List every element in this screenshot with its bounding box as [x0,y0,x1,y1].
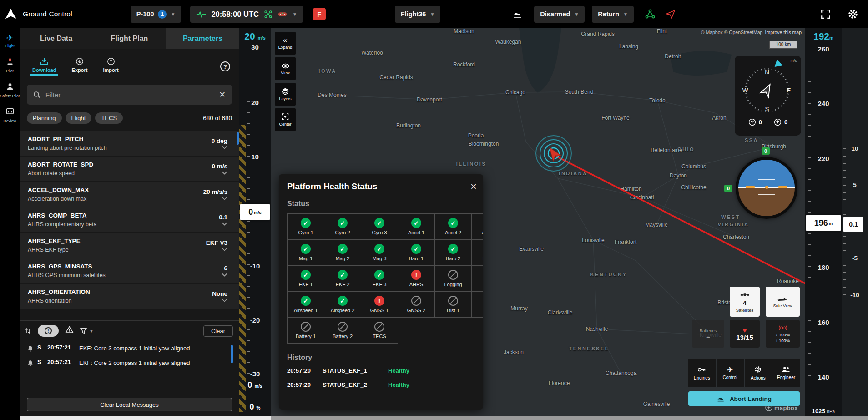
map-attribution: © Mapbox © OpenStreetMapImprove this map [701,30,802,35]
downlink-arrow-icon: ↓ [776,332,778,337]
status-icon [338,244,348,254]
chevron-down-icon: ▼ [623,12,628,17]
chevron-down-icon[interactable] [222,248,227,251]
clear-filter-icon[interactable]: ✕ [219,90,226,100]
layers-button[interactable]: Layers [275,83,296,106]
chevron-down-icon[interactable] [222,273,227,277]
close-icon[interactable]: × [470,182,477,191]
fullscreen-icon[interactable] [821,9,831,19]
link-status-selector[interactable]: 20:58:00 UTC ▼ [190,6,303,23]
health-cell-label: GNSS 2 [407,308,425,313]
messages-scrollbar[interactable] [231,345,233,363]
vehicle-selector[interactable]: P-100 1 ▼ [131,6,182,23]
side-view-tile[interactable]: Side View [766,287,800,317]
engines-button[interactable]: Engines [688,359,716,387]
altitude-tick: 160 [805,319,842,326]
chevron-down-icon[interactable] [222,171,227,175]
parameter-row[interactable]: AHRS_ORIENTATION AHRS orientation None [20,284,239,309]
heading-hold-left[interactable]: 0 [748,118,762,126]
health-cell: Mag 3 [361,239,398,266]
message-row[interactable]: S 20:57:21 EKF: Core 3 compass 1 initial… [23,342,233,357]
center-map-button[interactable]: Center [275,108,296,131]
message-text: EKF: Core 3 compass 1 initial yaw aligne… [79,344,207,353]
arm-state-selector[interactable]: Disarmed ▼ [534,6,585,23]
chevron-down-icon[interactable] [222,146,227,149]
chevron-down-icon[interactable] [222,299,227,302]
message-row[interactable]: S 20:57:21 EKF: Core 2 compass 1 initial… [23,357,233,371]
parameter-row[interactable]: ABORT_PR_PITCH Landing abort pre-rotatio… [20,131,239,157]
parameter-row[interactable]: ACCEL_DOWN_MAX Acceleration down max 20 … [20,182,239,207]
actions-button[interactable]: Actions [745,359,772,387]
expand-panel-button[interactable]: « Expand [275,32,296,55]
health-cell-label: Gyro 3 [372,230,387,235]
rail-item-safety-pilot[interactable]: Safety Pilot [0,82,20,98]
health-cell-label: Airspeed 2 [331,308,355,313]
parameter-row[interactable]: ABORT_ROTATE_SPD Abort rotate speed 0 m/… [20,157,239,182]
chip-planning[interactable]: Planning [27,112,62,124]
chevron-down-icon[interactable] [222,197,227,200]
failsafe-badge[interactable]: F [313,8,326,20]
action-button-row: Engines ✈ Control Actions Engineer [688,359,800,387]
radio-link-tile[interactable]: ↓ 100% ↑ 100% [766,320,800,348]
hud-badge-top: 0 [762,147,770,155]
download-button[interactable]: Download [32,57,56,76]
satellites-tile[interactable]: 4 Satellites [730,287,760,317]
map[interactable]: MadisonWaukeganGrand RapidsLansingFlintD… [271,28,805,420]
clear-local-messages-button[interactable]: Clear Local Messages [27,398,232,411]
filter-input[interactable] [45,91,214,99]
flight-mode-selector[interactable]: Return ▼ [592,6,634,23]
health-cell-label: Baro 2 [446,256,460,261]
param-value: 0.1 [219,214,227,221]
messages-toolbar: ! ▼ Clear [24,323,233,339]
improve-map-link[interactable]: Improve this map [765,30,802,35]
clear-messages-button[interactable]: Clear [203,325,233,337]
people-icon [782,366,791,373]
params-scrollbar[interactable] [237,132,239,145]
status-icon [301,322,311,332]
health-cell-label: Dist 1 [447,308,459,313]
param-value: 6 [224,265,227,272]
engineer-button[interactable]: Engineer [772,359,800,387]
heading-hold-right[interactable]: 0 [774,118,787,126]
page-hscrollbar[interactable] [20,416,868,420]
tab-flight-plan[interactable]: Flight Plan [93,28,166,49]
help-button[interactable]: ? [220,61,230,71]
rail-item-review[interactable]: Review [0,107,20,123]
chevron-down-icon[interactable] [222,222,227,226]
parameter-row[interactable]: AHRS_EKF_TYPE AHRS EKF type EKF V3 [20,233,239,258]
link-health-tile[interactable]: ♥ 13/15 [730,320,760,348]
import-button[interactable]: Import [103,57,118,76]
param-name: ABORT_PR_PITCH [28,136,212,142]
chip-flight[interactable]: Flight [66,112,92,124]
altitude-minor-ticks [808,49,811,378]
chip-tecs[interactable]: TECS [95,112,123,124]
parameter-row[interactable]: AHRS_COMP_BETA AHRS complementary beta 0… [20,207,239,233]
airspeed-tick: 20 [239,99,271,106]
view-button[interactable]: View [275,57,296,80]
network-status-icon[interactable] [645,9,656,20]
landing-icon [512,9,523,19]
parameter-row[interactable]: AHRS_GPS_MINSATS AHRS GPS minimum satell… [20,258,239,284]
health-cell: Mag 1 [287,239,324,266]
utc-clock: 20:58:00 UTC [211,10,259,19]
severity-filter-dropdown[interactable]: ▼ [80,328,94,334]
sort-icon[interactable] [24,327,31,334]
control-button[interactable]: ✈ Control [717,359,744,387]
send-plane-icon[interactable] [666,9,676,20]
rail-item-flight[interactable]: ✈ Flight [0,34,20,48]
settings-gear-icon[interactable] [847,8,859,20]
tab-parameters[interactable]: Parameters [166,28,239,49]
export-button[interactable]: Export [72,57,88,76]
param-name: ABORT_ROTATE_SPD [28,161,212,168]
batteries-tile[interactable]: Batteries – [692,320,724,348]
flight-name: Flight36 [401,10,426,18]
tab-live-data[interactable]: Live Data [20,28,93,49]
health-cell: Gyro 3 [361,213,398,240]
info-filter-toggle[interactable]: ! [38,325,59,337]
hscrollbar-thumb[interactable] [20,416,271,420]
rail-item-pilot[interactable]: Pilot [0,57,20,73]
flight-selector[interactable]: Flight36 ▼ [395,6,441,23]
abort-landing-button[interactable]: Abort Landing [688,391,800,406]
altitude-tick: 220 [805,155,842,162]
warning-filter-toggle[interactable] [65,326,74,336]
